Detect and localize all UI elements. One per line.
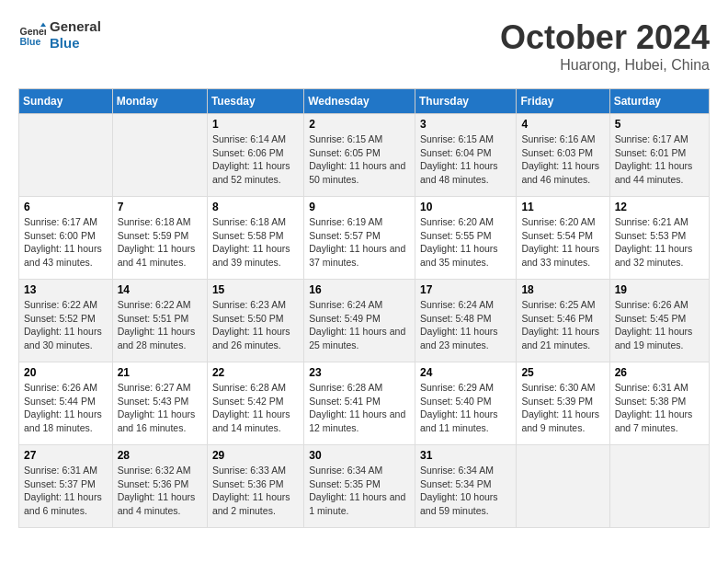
calendar-cell: 1Sunrise: 6:14 AM Sunset: 6:06 PM Daylig… — [207, 114, 303, 197]
calendar-cell: 30Sunrise: 6:34 AM Sunset: 5:35 PM Dayli… — [304, 445, 415, 528]
day-info: Sunrise: 6:19 AM Sunset: 5:57 PM Dayligh… — [309, 215, 410, 270]
day-info: Sunrise: 6:15 AM Sunset: 6:04 PM Dayligh… — [420, 132, 511, 187]
calendar-cell: 19Sunrise: 6:26 AM Sunset: 5:45 PM Dayli… — [609, 280, 709, 362]
day-info: Sunrise: 6:30 AM Sunset: 5:39 PM Dayligh… — [521, 381, 604, 435]
day-info: Sunrise: 6:18 AM Sunset: 5:59 PM Dayligh… — [118, 215, 202, 270]
calendar-week-3: 13Sunrise: 6:22 AM Sunset: 5:52 PM Dayli… — [19, 280, 710, 362]
day-info: Sunrise: 6:34 AM Sunset: 5:34 PM Dayligh… — [420, 464, 511, 518]
calendar-cell: 7Sunrise: 6:18 AM Sunset: 5:59 PM Daylig… — [112, 197, 207, 280]
month-title: October 2024 — [500, 18, 710, 57]
day-number: 9 — [309, 201, 410, 213]
calendar-cell: 8Sunrise: 6:18 AM Sunset: 5:58 PM Daylig… — [207, 197, 303, 280]
day-number: 1 — [212, 118, 299, 131]
title-block: October 2024 Huarong, Hubei, China — [500, 18, 710, 74]
page-header: General Blue General Blue October 2024 H… — [18, 18, 710, 74]
day-number: 19 — [615, 283, 704, 296]
day-number: 21 — [118, 366, 202, 379]
day-info: Sunrise: 6:26 AM Sunset: 5:45 PM Dayligh… — [615, 298, 704, 352]
day-number: 29 — [212, 449, 299, 462]
day-info: Sunrise: 6:14 AM Sunset: 6:06 PM Dayligh… — [212, 132, 299, 187]
location-title: Huarong, Hubei, China — [500, 57, 710, 74]
calendar-cell: 6Sunrise: 6:17 AM Sunset: 6:00 PM Daylig… — [19, 197, 113, 280]
calendar-cell: 5Sunrise: 6:17 AM Sunset: 6:01 PM Daylig… — [609, 114, 709, 197]
calendar-cell: 21Sunrise: 6:27 AM Sunset: 5:43 PM Dayli… — [112, 362, 207, 445]
calendar-cell — [609, 445, 709, 528]
day-info: Sunrise: 6:16 AM Sunset: 6:03 PM Dayligh… — [521, 132, 604, 187]
calendar-cell: 31Sunrise: 6:34 AM Sunset: 5:34 PM Dayli… — [415, 445, 516, 528]
calendar-cell: 28Sunrise: 6:32 AM Sunset: 5:36 PM Dayli… — [112, 445, 207, 528]
calendar-cell — [19, 114, 113, 197]
day-number: 10 — [420, 201, 511, 213]
day-info: Sunrise: 6:26 AM Sunset: 5:44 PM Dayligh… — [24, 381, 108, 435]
day-number: 2 — [309, 118, 410, 131]
day-number: 6 — [24, 201, 108, 213]
day-info: Sunrise: 6:21 AM Sunset: 5:53 PM Dayligh… — [615, 215, 704, 270]
calendar-week-4: 20Sunrise: 6:26 AM Sunset: 5:44 PM Dayli… — [19, 362, 710, 445]
calendar-cell: 9Sunrise: 6:19 AM Sunset: 5:57 PM Daylig… — [304, 197, 415, 280]
weekday-header-monday: Monday — [112, 89, 207, 114]
day-info: Sunrise: 6:22 AM Sunset: 5:51 PM Dayligh… — [118, 298, 202, 352]
logo-blue: Blue — [50, 35, 101, 52]
calendar-cell: 16Sunrise: 6:24 AM Sunset: 5:49 PM Dayli… — [304, 280, 415, 362]
calendar-cell: 15Sunrise: 6:23 AM Sunset: 5:50 PM Dayli… — [207, 280, 303, 362]
day-info: Sunrise: 6:24 AM Sunset: 5:49 PM Dayligh… — [309, 298, 410, 352]
day-number: 3 — [420, 118, 511, 131]
calendar-cell: 26Sunrise: 6:31 AM Sunset: 5:38 PM Dayli… — [609, 362, 709, 445]
day-number: 30 — [309, 449, 410, 462]
calendar-cell: 14Sunrise: 6:22 AM Sunset: 5:51 PM Dayli… — [112, 280, 207, 362]
weekday-header-wednesday: Wednesday — [304, 89, 415, 114]
day-info: Sunrise: 6:23 AM Sunset: 5:50 PM Dayligh… — [212, 298, 299, 352]
day-info: Sunrise: 6:28 AM Sunset: 5:42 PM Dayligh… — [212, 381, 299, 435]
day-info: Sunrise: 6:20 AM Sunset: 5:55 PM Dayligh… — [420, 215, 511, 270]
day-info: Sunrise: 6:32 AM Sunset: 5:36 PM Dayligh… — [118, 464, 202, 518]
calendar-week-2: 6Sunrise: 6:17 AM Sunset: 6:00 PM Daylig… — [19, 197, 710, 280]
calendar-cell: 20Sunrise: 6:26 AM Sunset: 5:44 PM Dayli… — [19, 362, 113, 445]
calendar-cell: 18Sunrise: 6:25 AM Sunset: 5:46 PM Dayli… — [517, 280, 609, 362]
svg-text:Blue: Blue — [20, 36, 41, 47]
calendar-cell: 24Sunrise: 6:29 AM Sunset: 5:40 PM Dayli… — [415, 362, 516, 445]
calendar-cell: 13Sunrise: 6:22 AM Sunset: 5:52 PM Dayli… — [19, 280, 113, 362]
day-number: 25 — [521, 366, 604, 379]
logo-icon: General Blue — [18, 21, 46, 49]
weekday-header-sunday: Sunday — [19, 89, 113, 114]
day-info: Sunrise: 6:27 AM Sunset: 5:43 PM Dayligh… — [118, 381, 202, 435]
day-number: 17 — [420, 283, 511, 296]
day-number: 7 — [118, 201, 202, 213]
day-number: 20 — [24, 366, 108, 379]
day-number: 12 — [615, 201, 704, 213]
day-info: Sunrise: 6:33 AM Sunset: 5:36 PM Dayligh… — [212, 464, 299, 518]
day-number: 16 — [309, 283, 410, 296]
calendar-cell: 12Sunrise: 6:21 AM Sunset: 5:53 PM Dayli… — [609, 197, 709, 280]
weekday-header-friday: Friday — [517, 89, 609, 114]
calendar-cell: 17Sunrise: 6:24 AM Sunset: 5:48 PM Dayli… — [415, 280, 516, 362]
logo-general: General — [50, 18, 101, 35]
day-info: Sunrise: 6:31 AM Sunset: 5:38 PM Dayligh… — [615, 381, 704, 435]
day-info: Sunrise: 6:15 AM Sunset: 6:05 PM Dayligh… — [309, 132, 410, 187]
calendar-cell: 25Sunrise: 6:30 AM Sunset: 5:39 PM Dayli… — [517, 362, 609, 445]
day-info: Sunrise: 6:29 AM Sunset: 5:40 PM Dayligh… — [420, 381, 511, 435]
svg-marker-2 — [40, 23, 46, 28]
calendar-cell: 22Sunrise: 6:28 AM Sunset: 5:42 PM Dayli… — [207, 362, 303, 445]
day-info: Sunrise: 6:17 AM Sunset: 6:01 PM Dayligh… — [615, 132, 704, 187]
calendar-cell: 10Sunrise: 6:20 AM Sunset: 5:55 PM Dayli… — [415, 197, 516, 280]
day-number: 26 — [615, 366, 704, 379]
day-info: Sunrise: 6:24 AM Sunset: 5:48 PM Dayligh… — [420, 298, 511, 352]
day-info: Sunrise: 6:31 AM Sunset: 5:37 PM Dayligh… — [24, 464, 108, 518]
calendar-cell: 27Sunrise: 6:31 AM Sunset: 5:37 PM Dayli… — [19, 445, 113, 528]
calendar-header-row: SundayMondayTuesdayWednesdayThursdayFrid… — [19, 89, 710, 114]
calendar-cell: 2Sunrise: 6:15 AM Sunset: 6:05 PM Daylig… — [304, 114, 415, 197]
day-info: Sunrise: 6:25 AM Sunset: 5:46 PM Dayligh… — [521, 298, 604, 352]
calendar-cell: 23Sunrise: 6:28 AM Sunset: 5:41 PM Dayli… — [304, 362, 415, 445]
day-number: 13 — [24, 283, 108, 296]
day-number: 22 — [212, 366, 299, 379]
day-number: 4 — [521, 118, 604, 131]
weekday-header-thursday: Thursday — [415, 89, 516, 114]
day-info: Sunrise: 6:34 AM Sunset: 5:35 PM Dayligh… — [309, 464, 410, 518]
day-info: Sunrise: 6:22 AM Sunset: 5:52 PM Dayligh… — [24, 298, 108, 352]
calendar-table: SundayMondayTuesdayWednesdayThursdayFrid… — [18, 88, 710, 528]
day-number: 23 — [309, 366, 410, 379]
day-info: Sunrise: 6:17 AM Sunset: 6:00 PM Dayligh… — [24, 215, 108, 270]
day-number: 31 — [420, 449, 511, 462]
logo: General Blue General Blue — [18, 18, 101, 52]
day-number: 11 — [521, 201, 604, 213]
